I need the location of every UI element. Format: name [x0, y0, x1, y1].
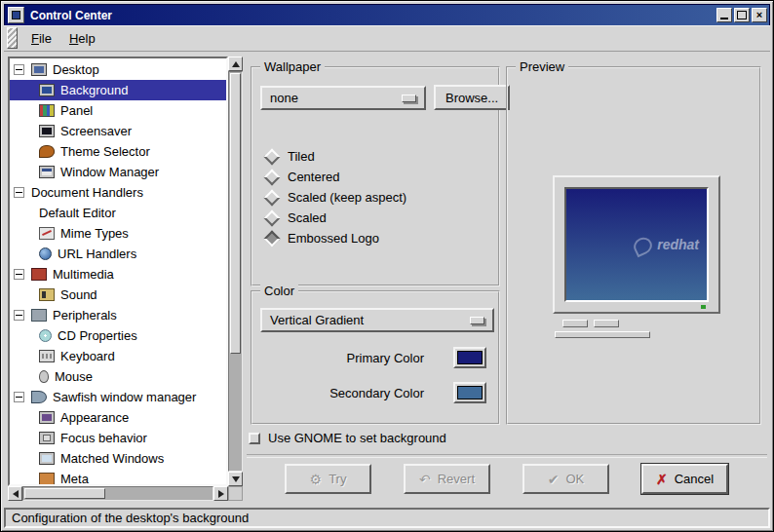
tree-item-url-handlers[interactable]: URL Handlers	[10, 244, 226, 264]
option-menu-indicator-icon	[470, 317, 484, 324]
menu-grip-handle[interactable]	[7, 27, 18, 49]
ok-button[interactable]: ✔OK	[522, 464, 609, 494]
tree-item-document-handlers[interactable]: Document Handlers	[10, 182, 226, 203]
option-menu-indicator-icon	[402, 95, 416, 102]
vertical-scroll-trough[interactable]	[228, 71, 243, 472]
mime-types-icon	[39, 227, 55, 240]
tree-item-peripherals[interactable]: Peripherals	[10, 305, 226, 325]
preview-group-title: Preview	[516, 59, 568, 74]
window-controls: ×	[716, 8, 767, 22]
tree-item-window-manager[interactable]: Window Manager	[10, 162, 226, 182]
tree-horizontal-scrollbar[interactable]	[8, 486, 228, 501]
tree-item-label: Panel	[60, 103, 97, 118]
close-button[interactable]: ×	[752, 8, 767, 22]
arrow-right-icon	[218, 490, 224, 498]
wallpaper-group-title: Wallpaper	[260, 59, 325, 74]
tree-item-mime-types[interactable]: Mime Types	[10, 223, 226, 244]
menu-file[interactable]: File	[22, 28, 60, 49]
window-manager-icon	[39, 166, 55, 178]
window-title: Control Center	[30, 9, 112, 22]
cancel-button[interactable]: ✗Cancel	[641, 464, 728, 494]
titlebar[interactable]: Control Center ×	[4, 4, 770, 26]
tree-item-matched-windows[interactable]: Matched Windows	[10, 448, 226, 469]
color-group: Color Vertical Gradient Primary Color Se…	[251, 290, 500, 425]
primary-color-row: Primary Color	[252, 347, 486, 368]
tree-item-screensaver[interactable]: Screensaver	[10, 121, 226, 141]
tree-item-appearance[interactable]: Appearance	[10, 407, 226, 428]
scroll-right-button[interactable]	[213, 486, 228, 501]
tree-item-mouse[interactable]: Mouse	[10, 366, 226, 387]
tree-item-sawfish-window-manager[interactable]: Sawfish window manager	[10, 387, 226, 407]
secondary-color-fill	[457, 386, 483, 399]
tree-item-desktop[interactable]: Desktop	[10, 59, 226, 80]
horizontal-scroll-thumb[interactable]	[24, 488, 105, 499]
power-led-icon	[701, 305, 706, 309]
tree-item-label: Screensaver	[60, 124, 135, 138]
screensaver-icon	[39, 125, 55, 137]
wallpaper-option-scaled-keep-aspect[interactable]: Scaled (keep aspect)	[266, 187, 490, 208]
maximize-button[interactable]	[734, 8, 750, 22]
menu-help[interactable]: Help	[60, 28, 104, 49]
wallpaper-option-scaled[interactable]: Scaled	[266, 208, 490, 228]
scroll-up-button[interactable]	[228, 57, 243, 71]
horizontal-scroll-trough[interactable]	[22, 486, 213, 501]
wallpaper-file-dropdown-value: none	[270, 91, 298, 105]
wallpaper-option-tiled[interactable]: Tiled	[266, 146, 490, 167]
use-gnome-checkbox-row[interactable]: Use GNOME to set background	[249, 431, 446, 445]
radio-icon	[264, 169, 281, 185]
window-menu-icon[interactable]	[8, 7, 24, 23]
tree-item-keyboard[interactable]: Keyboard	[10, 346, 226, 366]
revert-button[interactable]: ↶Revert	[404, 464, 490, 494]
arrow-left-icon	[13, 490, 19, 498]
tree-item-panel[interactable]: Panel	[10, 100, 226, 121]
radio-label: Tiled	[288, 149, 315, 164]
tree-expander-icon[interactable]	[14, 392, 24, 402]
theme-selector-icon	[39, 145, 55, 158]
tree-item-theme-selector[interactable]: Theme Selector	[10, 141, 226, 162]
close-icon: ×	[756, 10, 762, 20]
tree-expander-icon[interactable]	[14, 269, 24, 280]
focus-behavior-icon	[39, 432, 55, 444]
tree-expander-icon[interactable]	[14, 187, 24, 198]
tree-item-label: URL Handlers	[58, 247, 140, 261]
tree-item-meta[interactable]: Meta	[10, 469, 226, 486]
tree-item-background[interactable]: Background	[10, 80, 226, 100]
tree-item-cd-properties[interactable]: CD Properties	[10, 325, 226, 346]
revert-icon: ↶	[419, 473, 431, 486]
tree-expander-icon[interactable]	[14, 310, 24, 321]
tree-vertical-scrollbar[interactable]	[228, 57, 243, 486]
use-gnome-checkbox[interactable]	[249, 433, 260, 444]
use-gnome-checkbox-label: Use GNOME to set background	[268, 431, 446, 445]
radio-label: Centered	[288, 170, 339, 184]
tree-item-label: Sound	[60, 287, 101, 302]
secondary-color-swatch[interactable]	[453, 382, 486, 403]
primary-color-fill	[457, 351, 483, 364]
tree-expander-icon[interactable]	[14, 64, 24, 75]
radio-label: Scaled (keep aspect)	[288, 190, 406, 205]
browse-button[interactable]: Browse...	[434, 85, 510, 110]
tree-item-label: Mouse	[55, 369, 97, 384]
scrollbar-corner	[228, 486, 243, 501]
try-button[interactable]: ⚙Try	[285, 464, 371, 494]
tree-item-sound[interactable]: Sound	[10, 285, 226, 305]
ok-icon: ✔	[548, 473, 560, 486]
tree-item-label: Mime Types	[60, 226, 133, 241]
tree-item-label: Keyboard	[60, 349, 119, 363]
tree-item-label: Desktop	[53, 62, 103, 77]
tree-item-focus-behavior[interactable]: Focus behavior	[10, 428, 226, 448]
wallpaper-option-embossed-logo[interactable]: Embossed Logo	[266, 228, 490, 248]
tree-item-label: Peripherals	[53, 308, 121, 323]
tree-item-multimedia[interactable]: Multimedia	[10, 264, 226, 285]
matched-windows-icon	[39, 452, 55, 465]
vertical-scroll-thumb[interactable]	[230, 73, 241, 354]
primary-color-swatch[interactable]	[453, 347, 486, 368]
wallpaper-file-dropdown[interactable]: none	[260, 86, 426, 110]
minimize-button[interactable]	[716, 8, 732, 22]
scroll-left-button[interactable]	[8, 486, 22, 501]
tree-item-default-editor[interactable]: Default Editor	[10, 203, 226, 223]
scroll-down-button[interactable]	[228, 472, 243, 486]
tree-item-label: Window Manager	[60, 165, 163, 179]
gradient-dropdown[interactable]: Vertical Gradient	[260, 308, 494, 332]
wallpaper-option-centered[interactable]: Centered	[266, 167, 490, 187]
menubar: File Help	[4, 25, 770, 52]
